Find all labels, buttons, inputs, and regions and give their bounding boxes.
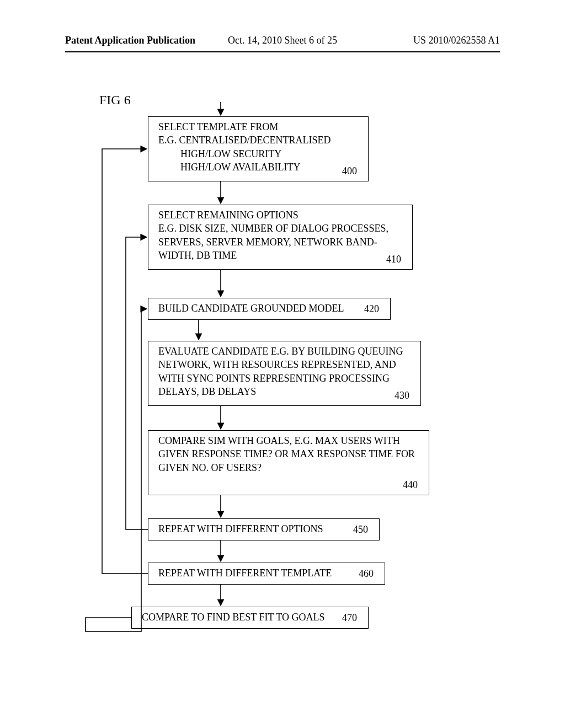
- patent-page: Patent Application Publication Oct. 14, …: [0, 0, 565, 728]
- box-440-line1: COMPARE SIM WITH GOALS, E.G. MAX USERS W…: [158, 434, 420, 447]
- box-430-line3: WITH SYNC POINTS REPRESENTING PROCESSING: [158, 372, 412, 385]
- box-440-line2: GIVEN RESPONSE TIME? OR MAX RESPONSE TIM…: [158, 447, 420, 461]
- box-440-line3: GIVEN NO. OF USERS?: [158, 461, 420, 474]
- box-410-line2: E.G. DISK SIZE, NUMBER OF DIALOG PROCESS…: [158, 222, 403, 235]
- flowchart-box-450: REPEAT WITH DIFFERENT OPTIONS 450: [148, 518, 380, 540]
- box-410-number: 410: [386, 253, 401, 266]
- page-header: Patent Application Publication Oct. 14, …: [65, 35, 500, 49]
- box-410-line3: SERVERS, SERVER MEMORY, NETWORK BAND-: [158, 235, 403, 249]
- flowchart-box-470: COMPARE TO FIND BEST FIT TO GOALS 470: [131, 607, 369, 629]
- box-450-line1: REPEAT WITH DIFFERENT OPTIONS: [158, 523, 323, 534]
- box-400-number: 400: [342, 164, 357, 178]
- box-470-number: 470: [342, 611, 357, 624]
- header-date-sheet: Oct. 14, 2010 Sheet 6 of 25: [228, 35, 337, 46]
- flowchart-box-460: REPEAT WITH DIFFERENT TEMPLATE 460: [148, 563, 385, 585]
- header-publication: Patent Application Publication: [65, 35, 195, 46]
- box-400-line2: E.G. CENTRALISED/DECENTRALISED: [158, 133, 359, 147]
- box-450-number: 450: [353, 523, 368, 536]
- box-400-line1: SELECT TEMPLATE FROM: [158, 120, 359, 133]
- flowchart-box-400: SELECT TEMPLATE FROM E.G. CENTRALISED/DE…: [148, 116, 369, 181]
- box-460-number: 460: [359, 567, 374, 580]
- box-460-line1: REPEAT WITH DIFFERENT TEMPLATE: [158, 568, 332, 579]
- flowchart-box-420: BUILD CANDIDATE GROUNDED MODEL 420: [148, 298, 391, 320]
- box-470-line1: COMPARE TO FIND BEST FIT TO GOALS: [142, 612, 324, 623]
- box-400-line3: HIGH/LOW SECURITY: [158, 147, 359, 160]
- figure-label: FIG 6: [99, 93, 131, 108]
- box-440-number: 440: [403, 478, 418, 491]
- header-doc-number: US 2010/0262558 A1: [413, 35, 500, 46]
- header-rule: [65, 51, 500, 52]
- box-410-line1: SELECT REMAINING OPTIONS: [158, 208, 403, 222]
- flowchart-box-410: SELECT REMAINING OPTIONS E.G. DISK SIZE,…: [148, 205, 413, 270]
- box-420-number: 420: [364, 302, 379, 315]
- box-430-number: 430: [395, 389, 409, 402]
- box-420-line1: BUILD CANDIDATE GROUNDED MODEL: [158, 303, 344, 314]
- box-430-line2: NETWORK, WITH RESOURCES REPRESENTED, AND: [158, 358, 412, 371]
- box-430-line4: DELAYS, DB DELAYS: [158, 385, 412, 398]
- box-430-line1: EVALUATE CANDIDATE E.G. BY BUILDING QUEU…: [158, 345, 412, 358]
- box-400-line4: HIGH/LOW AVAILABILITY: [158, 160, 359, 174]
- flowchart-box-430: EVALUATE CANDIDATE E.G. BY BUILDING QUEU…: [148, 341, 421, 406]
- box-410-line4: WIDTH, DB TIME: [158, 249, 403, 262]
- flowchart-box-440: COMPARE SIM WITH GOALS, E.G. MAX USERS W…: [148, 430, 429, 495]
